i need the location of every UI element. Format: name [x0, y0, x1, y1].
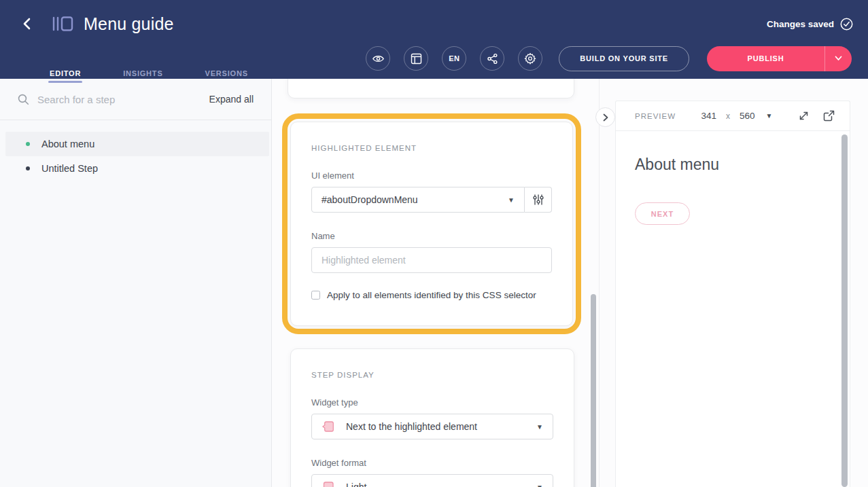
preview-panel: PREVIEW 341 x 560 ▼ About menu NEXT — [615, 101, 850, 487]
share-icon — [487, 53, 498, 65]
widget-type-value: Next to the highlighted element — [346, 421, 477, 432]
section-title: HIGHLIGHTED ELEMENT — [311, 144, 552, 152]
expand-diagonal-icon — [798, 110, 810, 122]
preview-step-title: About menu — [635, 156, 831, 174]
preview-body: About menu NEXT — [616, 131, 850, 487]
expand-all-link[interactable]: Expand all — [209, 94, 254, 105]
language-button[interactable]: EN — [442, 46, 466, 71]
tab-versions[interactable]: VERSIONS — [205, 69, 248, 88]
chevron-down-icon: ▼ — [536, 423, 543, 431]
layout-panel-icon — [411, 53, 422, 65]
publish-button[interactable]: PUBLISH — [707, 46, 852, 71]
preview-width-value: 341 — [701, 111, 717, 121]
editor-scrollbar-thumb[interactable] — [591, 294, 596, 487]
ui-element-select[interactable]: #aboutDropdownMenu ▼ — [311, 187, 525, 213]
top-navbar: Menu guide Changes saved EDITOR INSIGHTS… — [0, 0, 868, 79]
name-label: Name — [311, 231, 552, 241]
previous-settings-card — [288, 79, 574, 98]
step-list: About menu Untitled Step — [0, 120, 271, 181]
layout-button[interactable] — [404, 46, 428, 71]
step-status-dot — [26, 166, 30, 170]
chevron-down-icon: ▼ — [508, 196, 515, 204]
editor-tabs: EDITOR INSIGHTS VERSIONS — [50, 38, 290, 79]
widget-type-label: Widget type — [311, 397, 553, 408]
page-title: Menu guide — [84, 14, 174, 34]
apply-all-checkbox[interactable] — [311, 291, 320, 300]
highlighted-element-name-input[interactable] — [311, 247, 552, 273]
preview-scrollbar-thumb[interactable] — [841, 134, 848, 487]
widget-format-value: Light — [346, 482, 366, 487]
section-title: STEP DISPLAY — [311, 371, 553, 379]
sliders-icon — [532, 194, 544, 206]
chevron-down-icon: ▼ — [536, 484, 543, 487]
back-button[interactable] — [19, 16, 35, 32]
changes-saved-status: Changes saved — [767, 18, 853, 31]
settings-button[interactable] — [518, 46, 542, 71]
step-display-card: STEP DISPLAY Widget type Next to the hig… — [290, 348, 574, 487]
preview-header-icons — [798, 110, 835, 122]
chevron-left-icon — [22, 18, 33, 30]
product-logo-icon — [50, 14, 75, 34]
steps-sidebar: Expand all About menu Untitled Step — [0, 79, 272, 487]
widget-format-select[interactable]: Light ▼ — [311, 474, 553, 487]
step-item-label: Untitled Step — [41, 163, 98, 174]
ui-element-select-group: #aboutDropdownMenu ▼ — [311, 187, 552, 213]
publish-dropdown-toggle[interactable] — [824, 46, 852, 71]
step-search-input[interactable] — [37, 94, 209, 105]
preview-height-value: 560 — [740, 111, 755, 121]
navbar-tabs-row: EDITOR INSIGHTS VERSIONS EN — [0, 38, 868, 79]
preview-eye-button[interactable] — [366, 46, 390, 71]
apply-all-checkbox-label: Apply to all elements identified by this… — [327, 290, 536, 300]
chevron-down-icon: ▼ — [766, 112, 773, 120]
preview-next-button[interactable]: NEXT — [635, 202, 690, 225]
gear-icon — [524, 52, 536, 65]
chevron-right-icon — [603, 113, 608, 122]
step-item-label: About menu — [41, 139, 94, 149]
preview-header: PREVIEW 341 x 560 ▼ — [616, 101, 850, 131]
check-circle-icon — [840, 18, 853, 31]
open-in-new-tab-button[interactable] — [823, 110, 835, 122]
widget-type-select[interactable]: Next to the highlighted element ▼ — [311, 414, 553, 439]
step-editor-column: HIGHLIGHTED ELEMENT UI element #aboutDro… — [272, 79, 600, 487]
navbar-title-row: Menu guide Changes saved — [0, 0, 868, 38]
light-format-icon — [322, 480, 335, 487]
tooltip-widget-icon — [322, 420, 335, 433]
preview-title: PREVIEW — [635, 112, 676, 120]
eye-icon — [372, 52, 385, 65]
build-on-your-site-button[interactable]: BUILD ON YOUR SITE — [559, 46, 689, 71]
highlighted-element-ring: HIGHLIGHTED ELEMENT UI element #aboutDro… — [282, 113, 581, 334]
tab-insights[interactable]: INSIGHTS — [123, 69, 162, 88]
apply-all-checkbox-row[interactable]: Apply to all elements identified by this… — [311, 290, 552, 300]
search-icon — [18, 94, 29, 105]
selector-advanced-settings-button[interactable] — [525, 187, 552, 213]
step-item-about-menu[interactable]: About menu — [5, 132, 269, 156]
step-status-dot — [26, 142, 30, 146]
ui-element-label: UI element — [311, 170, 552, 181]
step-item-untitled-step[interactable]: Untitled Step — [5, 156, 269, 181]
preview-size-select[interactable]: 341 x 560 ▼ — [701, 111, 773, 121]
publish-label: PUBLISH — [707, 46, 824, 71]
changes-saved-label: Changes saved — [767, 19, 834, 29]
external-link-icon — [823, 110, 835, 122]
navbar-actions: EN BUILD ON YOUR SITE PUBLISH — [366, 46, 852, 71]
fullscreen-preview-button[interactable] — [798, 110, 810, 122]
preview-size-separator: x — [726, 111, 730, 121]
widget-format-label: Widget format — [311, 458, 553, 468]
collapse-preview-button[interactable] — [595, 107, 615, 127]
ui-element-value: #aboutDropdownMenu — [322, 194, 418, 205]
tab-editor[interactable]: EDITOR — [50, 69, 81, 88]
app-window: Menu guide Changes saved EDITOR INSIGHTS… — [0, 0, 868, 487]
share-button[interactable] — [480, 46, 504, 71]
language-label: EN — [449, 54, 459, 62]
chevron-down-icon — [835, 56, 842, 61]
highlighted-element-card: HIGHLIGHTED ELEMENT UI element #aboutDro… — [290, 122, 573, 326]
